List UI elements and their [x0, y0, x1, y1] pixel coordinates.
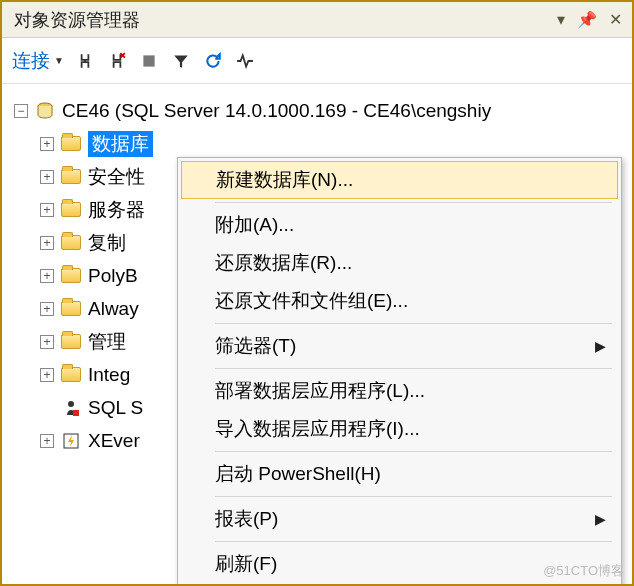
close-icon[interactable]: ✕ [609, 10, 622, 29]
menu-item[interactable]: 导入数据层应用程序(I)... [181, 410, 618, 448]
menu-item-label: 刷新(F) [215, 551, 277, 577]
folder-icon [60, 134, 82, 154]
refresh-icon[interactable] [202, 50, 224, 72]
svg-point-2 [68, 401, 74, 407]
menu-item-label: 部署数据层应用程序(L)... [215, 378, 425, 404]
tree-item-label: SQL S [88, 397, 143, 419]
expand-icon[interactable]: + [40, 170, 54, 184]
svg-rect-0 [143, 55, 154, 66]
filter-icon[interactable] [170, 50, 192, 72]
folder-icon [60, 200, 82, 220]
connect-dropdown[interactable]: 连接 ▼ [12, 48, 64, 74]
panel-header: 对象资源管理器 ▾ 📌 ✕ [2, 2, 632, 38]
submenu-arrow-icon: ▶ [595, 511, 606, 527]
tree-item-label: XEver [88, 430, 140, 452]
menu-item[interactable]: 附加(A)... [181, 206, 618, 244]
menu-item[interactable]: 筛选器(T)▶ [181, 327, 618, 365]
submenu-arrow-icon: ▶ [595, 338, 606, 354]
tree-item-label: Integ [88, 364, 130, 386]
expand-icon[interactable]: + [40, 269, 54, 283]
panel-title: 对象资源管理器 [14, 8, 140, 32]
agent-icon [60, 398, 82, 418]
menu-separator [215, 451, 612, 452]
menu-item-label: 附加(A)... [215, 212, 294, 238]
tree-item-label: Alway [88, 298, 139, 320]
svg-rect-3 [73, 410, 79, 416]
menu-item[interactable]: 还原文件和文件组(E)... [181, 282, 618, 320]
menu-item[interactable]: 报表(P)▶ [181, 500, 618, 538]
tree-item-label: 安全性 [88, 164, 145, 190]
folder-icon [60, 266, 82, 286]
menu-item-label: 新建数据库(N)... [216, 167, 353, 193]
context-menu[interactable]: 新建数据库(N)...附加(A)...还原数据库(R)...还原文件和文件组(E… [177, 157, 622, 586]
menu-separator [215, 323, 612, 324]
menu-item-label: 还原文件和文件组(E)... [215, 288, 408, 314]
tree-item-label: 服务器 [88, 197, 145, 223]
collapse-icon[interactable]: − [14, 104, 28, 118]
tree-item-label: 数据库 [88, 131, 153, 157]
tree-root[interactable]: − CE46 (SQL Server 14.0.1000.169 - CE46\… [14, 94, 624, 127]
connect-icon[interactable] [74, 50, 96, 72]
expand-icon[interactable]: + [40, 137, 54, 151]
menu-item[interactable]: 启动 PowerShell(H) [181, 455, 618, 493]
tree-item-label: 复制 [88, 230, 126, 256]
folder-icon [60, 167, 82, 187]
menu-separator [215, 541, 612, 542]
expand-icon[interactable]: + [40, 434, 54, 448]
disconnect-icon[interactable] [106, 50, 128, 72]
stop-icon[interactable] [138, 50, 160, 72]
xevent-icon [60, 431, 82, 451]
menu-item[interactable]: 还原数据库(R)... [181, 244, 618, 282]
server-icon [34, 101, 56, 121]
menu-separator [215, 368, 612, 369]
activity-icon[interactable] [234, 50, 256, 72]
expand-icon[interactable]: + [40, 368, 54, 382]
folder-icon [60, 365, 82, 385]
panel-controls: ▾ 📌 ✕ [557, 10, 622, 29]
dropdown-icon[interactable]: ▾ [557, 10, 565, 29]
expand-icon[interactable]: + [40, 236, 54, 250]
folder-icon [60, 299, 82, 319]
tree-root-label: CE46 (SQL Server 14.0.1000.169 - CE46\ce… [62, 100, 491, 122]
chevron-down-icon: ▼ [54, 55, 64, 66]
menu-separator [215, 496, 612, 497]
connect-label: 连接 [12, 48, 50, 74]
menu-item-label: 还原数据库(R)... [215, 250, 352, 276]
tree-item-label: 管理 [88, 329, 126, 355]
expand-icon[interactable]: + [40, 203, 54, 217]
folder-icon [60, 233, 82, 253]
expand-icon[interactable]: + [40, 302, 54, 316]
menu-item[interactable]: 部署数据层应用程序(L)... [181, 372, 618, 410]
pin-icon[interactable]: 📌 [577, 10, 597, 29]
menu-item-label: 导入数据层应用程序(I)... [215, 416, 420, 442]
folder-icon [60, 332, 82, 352]
menu-separator [215, 202, 612, 203]
menu-item-label: 启动 PowerShell(H) [215, 461, 381, 487]
menu-item-label: 报表(P) [215, 506, 278, 532]
tree-item-label: PolyB [88, 265, 138, 287]
watermark: @51CTO博客 [543, 562, 624, 580]
toolbar: 连接 ▼ [2, 38, 632, 84]
expand-icon[interactable]: + [40, 335, 54, 349]
tree-item[interactable]: +数据库 [40, 127, 624, 160]
menu-item-label: 筛选器(T) [215, 333, 296, 359]
menu-item[interactable]: 新建数据库(N)... [181, 161, 618, 199]
